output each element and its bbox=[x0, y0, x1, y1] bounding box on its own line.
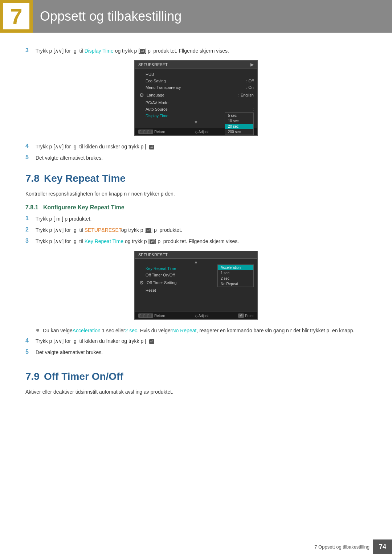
subsection-781-title: Konfigurere Key Repeat Time bbox=[43, 204, 124, 210]
section-79-num: 7.9 bbox=[25, 371, 40, 382]
step-text-5-781: Det valgte alternativet brukes. bbox=[36, 349, 103, 356]
osd1-language-value: : English bbox=[238, 93, 254, 97]
chapter-number-box: 7 bbox=[0, 0, 33, 33]
step-3-display-time: 3 Trykk p [∧∨] for g til Display Time og… bbox=[25, 47, 367, 55]
osd1-pcav-value: : bbox=[253, 100, 254, 105]
osd2-offtimersetting-label: Off Timer Setting bbox=[147, 280, 254, 285]
osd2-title: SETUP&RESET bbox=[138, 253, 168, 257]
gear-icon-1: ⚙ bbox=[138, 92, 145, 98]
step-num-3-781: 3 bbox=[25, 238, 36, 244]
osd2-adjust: ◇ Adjust bbox=[195, 313, 209, 318]
section-79-title: Off Timer On/Off bbox=[44, 371, 123, 382]
enter-label-2: Enter bbox=[245, 314, 254, 318]
return-label-2: Return bbox=[154, 314, 165, 318]
step-text-1-781: Trykk p [ m ] p produktet. bbox=[36, 215, 91, 223]
osd1-row-pcav: PC/AV Mode : bbox=[135, 99, 257, 106]
step-5-sec1: 5 Det valgte alternativet brukes. bbox=[25, 154, 367, 162]
osd1-menu-trans-label: Menu Transparency bbox=[146, 85, 244, 90]
step-num-4-781: 4 bbox=[25, 337, 36, 344]
enter-icon-2: ⏎ bbox=[238, 313, 244, 318]
step-4-sec1: 4 Trykk p [∧∨] for g til kilden du Inske… bbox=[25, 143, 367, 151]
section-78-heading: 7.8 Key Repeat Time bbox=[25, 173, 367, 184]
page-footer: 7 Oppsett og tilbakestilling 74 bbox=[0, 539, 392, 554]
osd1-eco-label: Eco Saving bbox=[146, 79, 244, 83]
footer-text: 7 Oppsett og tilbakestilling bbox=[314, 544, 373, 550]
bullet-2sec-label: 2 sec bbox=[125, 328, 137, 333]
return-icon-2: ⬛⬛⬛ bbox=[138, 313, 153, 318]
osd-screen-2: SETUP&RESET ▲ Key Repeat Time : Accelera… bbox=[134, 251, 258, 320]
osd2-enter: ⏎ Enter bbox=[238, 313, 254, 318]
step-3-781: 3 Trykk p [∧∨] for g til Key Repeat Time… bbox=[25, 238, 367, 245]
osd1-hub-label: HUB bbox=[146, 72, 254, 77]
section-78-title: Key Repeat Time bbox=[44, 173, 126, 184]
step-1-781: 1 Trykk p [ m ] p produktet. bbox=[25, 215, 367, 223]
osd2-reset-label: Reset bbox=[146, 288, 254, 292]
osd1-row-autosource: Auto Source : bbox=[135, 106, 257, 112]
step-text-5-s1: Det valgte alternativet brukes. bbox=[36, 154, 103, 162]
return-icon-1: ⬛⬛⬛ bbox=[138, 130, 153, 134]
osd2-spacer bbox=[135, 294, 257, 312]
osd1-option-10sec: 10 sec bbox=[225, 118, 253, 124]
osd1-arrow: ▶ bbox=[250, 62, 254, 67]
adjust-label-2: ◇ Adjust bbox=[195, 314, 209, 318]
step-num-3: 3 bbox=[25, 47, 36, 54]
highlight-display-time: Display Time bbox=[85, 48, 114, 54]
osd-screen-1-container: SETUP&RESET ▶ HUB Eco Saving : Off Menu … bbox=[25, 60, 367, 136]
return-label-1: Return bbox=[154, 130, 165, 134]
osd-screen-2-container: SETUP&RESET ▲ Key Repeat Time : Accelera… bbox=[25, 251, 367, 320]
osd2-menu: Key Repeat Time : Acceleration 1 sec 2 s… bbox=[135, 265, 257, 312]
chapter-header: 7 Oppsett og tilbakestilling bbox=[0, 0, 392, 33]
bullet-norepeat-label: No Repeat bbox=[172, 328, 196, 333]
step-num-4-s1: 4 bbox=[25, 143, 36, 149]
osd1-return: ⬛⬛⬛ Return bbox=[138, 130, 165, 134]
footer-page-number: 74 bbox=[373, 539, 392, 554]
osd2-title-bar: SETUP&RESET bbox=[135, 251, 257, 259]
highlight-setup-reset: SETUP&RESET bbox=[85, 227, 121, 233]
subsection-781-heading: 7.8.1 Konfigurere Key Repeat Time bbox=[25, 204, 367, 211]
osd1-adjust: ◇ Adjust bbox=[195, 130, 209, 134]
step-text-3: Trykk p [∧∨] for g til Display Time og t… bbox=[36, 47, 229, 55]
bullet-text: Du kan velgeAcceleration 1 sec eller2 se… bbox=[43, 327, 354, 335]
step-num-5-781: 5 bbox=[25, 349, 36, 355]
osd1-pcav-label: PC/AV Mode bbox=[146, 100, 251, 105]
bullet-dot-icon bbox=[36, 329, 39, 332]
osd1-autosource-value: : bbox=[253, 107, 254, 111]
osd1-eco-value: : Off bbox=[246, 79, 254, 83]
section-78-body: Kontroller responshastigheten for en kna… bbox=[25, 190, 367, 198]
step-num-1-781: 1 bbox=[25, 215, 36, 222]
osd1-row-menu-trans: Menu Transparency : On bbox=[135, 84, 257, 91]
osd-screen-1: SETUP&RESET ▶ HUB Eco Saving : Off Menu … bbox=[134, 60, 258, 136]
chapter-number: 7 bbox=[3, 3, 29, 29]
osd1-option-200sec: 200 sec bbox=[225, 129, 253, 135]
osd1-option-20sec: 20 sec bbox=[225, 124, 253, 129]
osd2-return: ⬛⬛⬛ Return bbox=[138, 313, 165, 318]
content-area: 3 Trykk p [∧∨] for g til Display Time og… bbox=[0, 44, 392, 430]
step-2-781: 2 Trykk p [∧∨] for g til SETUP&RESETog t… bbox=[25, 226, 367, 234]
osd2-row-keyrepeat: Key Repeat Time : Acceleration 1 sec 2 s… bbox=[135, 265, 257, 272]
gear-icon-2: ⚙ bbox=[138, 279, 145, 286]
osd1-row-hub: HUB bbox=[135, 71, 257, 78]
step-num-2-781: 2 bbox=[25, 226, 36, 233]
osd2-row-reset: Reset bbox=[135, 287, 257, 294]
section-79-body: Aktiver eller deaktiver tidsinnstilt aut… bbox=[25, 388, 367, 396]
osd2-row-offtimersetting: ⚙ Off Timer Setting bbox=[135, 278, 257, 287]
bullet-acceleration: Du kan velgeAcceleration 1 sec eller2 se… bbox=[36, 327, 367, 335]
osd1-language-label: Language bbox=[147, 93, 237, 97]
osd1-row-language: ⚙ Language : English bbox=[135, 91, 257, 99]
osd1-menu-trans-value: : On bbox=[246, 85, 254, 90]
osd1-dropdown: 5 sec 10 sec 20 sec 200 sec bbox=[225, 112, 254, 135]
osd1-autosource-label: Auto Source bbox=[146, 107, 251, 111]
step-text-4-781: Trykk p [∧∨] for g til kilden du Insker … bbox=[36, 337, 154, 345]
osd2-offtimer-label: Off Timer On/Off bbox=[146, 273, 254, 277]
osd2-bottom-bar: ⬛⬛⬛ Return ◇ Adjust ⏎ Enter bbox=[135, 312, 257, 319]
osd2-row-offtimer: Off Timer On/Off bbox=[135, 272, 257, 278]
osd1-title-bar: SETUP&RESET ▶ bbox=[135, 61, 257, 69]
osd2-option-acceleration: Acceleration bbox=[218, 265, 253, 270]
osd1-menu: HUB Eco Saving : Off Menu Transparency :… bbox=[135, 69, 257, 128]
step-4-781: 4 Trykk p [∧∨] for g til kilden du Inske… bbox=[25, 337, 367, 345]
subsection-781-num: 7.8.1 bbox=[25, 204, 38, 210]
step-5-781: 5 Det valgte alternativet brukes. bbox=[25, 349, 367, 356]
step-num-5-s1: 5 bbox=[25, 154, 36, 161]
chapter-title: Oppsett og tilbakestilling bbox=[40, 9, 181, 24]
section-79-heading: 7.9 Off Timer On/Off bbox=[25, 371, 367, 382]
